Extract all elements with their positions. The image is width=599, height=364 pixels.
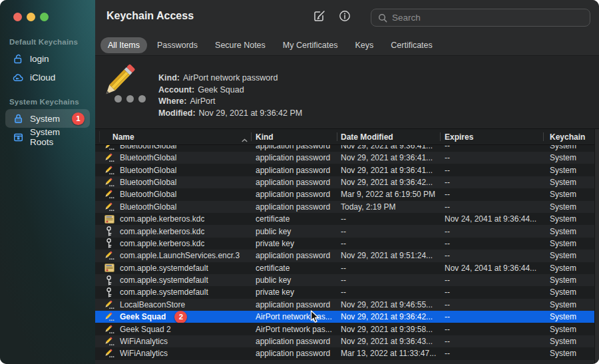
sidebar-section-default-keychains: Default KeychainsloginiCloud <box>0 35 95 87</box>
cell-name: com.apple.kerberos.kdc <box>95 213 251 225</box>
table-row[interactable]: com.apple.LaunchServices.encr.3applicati… <box>95 250 594 262</box>
tab-secure-notes[interactable]: Secure Notes <box>208 37 273 53</box>
table-row[interactable]: BluetoothGlobalapplication passwordNov 2… <box>95 176 594 188</box>
table-row[interactable]: com.apple.kerberos.kdccertificate--Nov 2… <box>95 213 594 225</box>
table-row[interactable]: BluetoothGlobalapplication passwordMar 9… <box>95 188 594 200</box>
cell-kind: application password <box>251 164 337 176</box>
cell-expires: -- <box>440 335 543 347</box>
tab-certificates[interactable]: Certificates <box>383 37 440 53</box>
column-header-label: Keychain <box>550 132 585 142</box>
table-row[interactable]: LocalBeaconStoreapplication passwordNov … <box>95 299 594 311</box>
column-header-label: Date Modified <box>341 132 393 142</box>
table-row[interactable]: com.apple.systemdefaultcertificate--Nov … <box>95 262 594 274</box>
cell-modified: -- <box>337 225 440 237</box>
cell-expires: -- <box>440 225 543 237</box>
column-divider <box>440 132 441 141</box>
sidebar-item-label: login <box>30 54 49 64</box>
password-icon <box>104 145 114 151</box>
notification-badge: 2 <box>174 311 187 323</box>
tab-passwords[interactable]: Passwords <box>150 37 205 53</box>
table-row[interactable]: BluetoothGlobalapplication passwordNov 2… <box>95 145 594 152</box>
table-row[interactable]: WiFiAnalyticsapplication passwordNov 29,… <box>95 335 594 347</box>
cell-name: WiFiAnalytics <box>95 335 251 347</box>
table-row[interactable]: BluetoothGlobalapplication passwordNov 2… <box>95 152 594 164</box>
cell-expires: Nov 24, 2041 at 9:36:44... <box>440 213 543 225</box>
cell-kind: application password <box>251 176 337 188</box>
password-icon <box>104 299 114 310</box>
tab-my-certificates[interactable]: My Certificates <box>276 37 345 53</box>
sidebar-item-system[interactable]: System1 <box>5 109 90 128</box>
table-row[interactable]: com.apple.systemdefaultpublic key----Sys… <box>95 274 594 286</box>
cell-keychain: System <box>543 176 594 188</box>
cell-name: BluetoothGlobal <box>95 201 251 213</box>
cell-modified: -- <box>337 274 440 286</box>
lockbox-icon <box>13 132 24 143</box>
column-header-expires[interactable]: Expires <box>440 129 543 144</box>
table-row[interactable]: BluetoothGlobalapplication passwordToday… <box>95 201 594 213</box>
cell-expires: -- <box>440 286 543 298</box>
titlebar: Keychain Access <box>95 0 599 35</box>
sidebar-item-system-roots[interactable]: System Roots <box>5 128 90 146</box>
table-row[interactable]: Geek Squad 2AirPort network pas...Nov 29… <box>95 323 594 335</box>
search-input[interactable]: Search <box>371 9 590 27</box>
sidebar-section-header: Default Keychains <box>0 35 95 49</box>
cell-name: BluetoothGlobal <box>95 152 251 164</box>
cell-expires: -- <box>440 145 543 152</box>
table-row[interactable]: com.apple.kerberos.kdcprivate key----Sys… <box>95 238 594 250</box>
cell-keychain: System <box>543 299 594 311</box>
table-row[interactable]: WiFiAnalyticsapplication passwordMar 13,… <box>95 347 594 359</box>
table-row[interactable]: BluetoothGlobalapplication passwordNov 2… <box>95 164 594 176</box>
detail-panel: Kind:AirPort network passwordAccount:Gee… <box>95 57 599 129</box>
tab-all-items[interactable]: All Items <box>100 37 147 53</box>
password-icon <box>104 324 114 335</box>
cell-name: WiFiAnalytics <box>95 347 251 359</box>
info-button[interactable] <box>337 10 353 25</box>
column-header-name[interactable]: Name <box>95 129 251 144</box>
cell-expires: -- <box>440 164 543 176</box>
column-header-label: Expires <box>445 132 473 142</box>
cell-keychain: System <box>543 213 594 225</box>
table-row[interactable]: com.apple.kerberos.kdcpublic key----Syst… <box>95 225 594 237</box>
cell-expires: -- <box>440 347 543 359</box>
detail-field-value: AirPort network password <box>183 73 278 83</box>
cell-name: Geek Squad 2 <box>95 323 251 335</box>
cell-name: com.apple.systemdefault <box>95 274 251 286</box>
column-header-date-modified[interactable]: Date Modified <box>337 129 440 144</box>
cell-keychain: System <box>543 274 594 286</box>
cell-kind: application password <box>251 201 337 213</box>
search-icon <box>378 13 387 23</box>
cell-keychain: System <box>543 152 594 164</box>
item-name: BluetoothGlobal <box>120 178 176 187</box>
cell-modified: Nov 29, 2021 at 9:51:24... <box>337 250 440 262</box>
cell-name: com.apple.kerberos.kdc <box>95 225 251 237</box>
table-row[interactable]: Geek Squad2AirPort network pas...Nov 29,… <box>95 311 594 323</box>
sidebar-item-icloud[interactable]: iCloud <box>5 68 90 87</box>
cell-name: BluetoothGlobal <box>95 176 251 188</box>
detail-field-value: Geek Squad <box>198 85 244 94</box>
new-item-button[interactable] <box>311 10 327 25</box>
certificate-icon <box>104 263 114 273</box>
item-name: BluetoothGlobal <box>120 202 176 212</box>
cell-keychain: System <box>543 286 594 298</box>
zoom-button[interactable] <box>40 13 49 21</box>
detail-field-label: Account: <box>158 85 194 94</box>
cell-kind: AirPort network pas... <box>251 311 337 323</box>
cell-kind: application password <box>251 299 337 311</box>
cell-modified: Mar 13, 2022 at 11:33:47... <box>337 347 440 359</box>
table-row[interactable]: com.apple.systemdefaultprivate key----Sy… <box>95 286 594 298</box>
scrollbar-track[interactable] <box>594 129 599 364</box>
password-icon <box>104 202 114 212</box>
cell-expires: -- <box>440 176 543 188</box>
cell-expires: -- <box>440 201 543 213</box>
column-header-kind[interactable]: Kind <box>251 129 337 144</box>
cell-expires: -- <box>440 299 543 311</box>
close-button[interactable] <box>13 13 22 21</box>
cell-modified: Nov 29, 2021 at 9:36:41... <box>337 164 440 176</box>
tab-keys[interactable]: Keys <box>347 37 381 53</box>
item-name: Geek Squad <box>120 312 166 321</box>
sidebar-item-login[interactable]: login <box>5 49 90 68</box>
cell-modified: Nov 29, 2021 at 9:46:55... <box>337 299 440 311</box>
minimize-button[interactable] <box>27 13 35 21</box>
item-name: com.apple.systemdefault <box>120 264 208 273</box>
column-header-keychain[interactable]: Keychain <box>543 129 599 144</box>
